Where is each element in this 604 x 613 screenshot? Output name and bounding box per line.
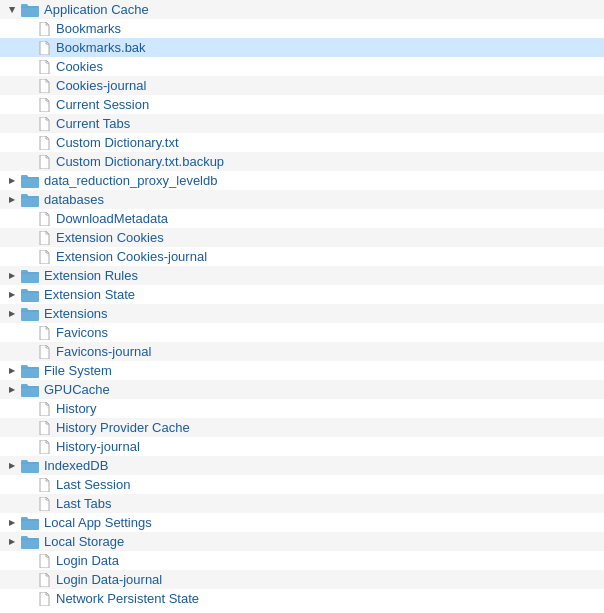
file-icon [36,79,52,93]
tree-row[interactable]: databases [0,190,604,209]
item-label: Last Session [56,475,130,494]
tree-row[interactable]: Local App Settings [0,513,604,532]
disclosure-button[interactable] [4,361,20,380]
tree-row[interactable]: DownloadMetadata [0,209,604,228]
item-label: Bookmarks [56,19,121,38]
item-label: Cookies-journal [56,76,146,95]
file-icon [36,421,52,435]
item-label: Extension Cookies-journal [56,247,207,266]
file-icon [36,402,52,416]
file-icon [36,60,52,74]
item-label: History Provider Cache [56,418,190,437]
tree-row[interactable]: Current Session [0,95,604,114]
file-icon [36,250,52,264]
tree-row[interactable]: data_reduction_proxy_leveldb [0,171,604,190]
file-icon [36,345,52,359]
file-tree: Application Cache Bookmarks Bookmarks.ba… [0,0,604,608]
file-icon [36,497,52,511]
item-label: DownloadMetadata [56,209,168,228]
tree-row[interactable]: Extension State [0,285,604,304]
file-icon [36,440,52,454]
tree-row[interactable]: GPUCache [0,380,604,399]
item-label: data_reduction_proxy_leveldb [44,171,217,190]
folder-icon [20,535,40,549]
folder-icon [20,288,40,302]
disclosure-button[interactable] [4,380,20,399]
tree-row[interactable]: Favicons-journal [0,342,604,361]
item-label: Custom Dictionary.txt.backup [56,152,224,171]
item-label: History-journal [56,437,140,456]
tree-row[interactable]: Custom Dictionary.txt.backup [0,152,604,171]
tree-row[interactable]: Extension Cookies-journal [0,247,604,266]
folder-icon [20,193,40,207]
tree-row[interactable]: Favicons [0,323,604,342]
folder-icon [20,383,40,397]
tree-row[interactable]: Extension Rules [0,266,604,285]
tree-row[interactable]: Cookies-journal [0,76,604,95]
tree-row[interactable]: Extension Cookies [0,228,604,247]
item-label: History [56,399,96,418]
item-label: Current Session [56,95,149,114]
item-label: Favicons [56,323,108,342]
file-icon [36,231,52,245]
disclosure-button[interactable] [4,0,20,19]
disclosure-button[interactable] [4,456,20,475]
item-label: Login Data-journal [56,570,162,589]
folder-icon [20,3,40,17]
item-label: GPUCache [44,380,110,399]
item-label: Extension Rules [44,266,138,285]
tree-row[interactable]: Extensions [0,304,604,323]
item-label: File System [44,361,112,380]
tree-row[interactable]: History-journal [0,437,604,456]
tree-row[interactable]: Application Cache [0,0,604,19]
disclosure-button[interactable] [4,532,20,551]
item-label: Last Tabs [56,494,111,513]
folder-icon [20,269,40,283]
tree-row[interactable]: Last Session [0,475,604,494]
file-icon [36,136,52,150]
disclosure-button[interactable] [4,266,20,285]
tree-row[interactable]: Login Data [0,551,604,570]
tree-row[interactable]: History [0,399,604,418]
item-label: Custom Dictionary.txt [56,133,179,152]
file-icon [36,592,52,606]
disclosure-button[interactable] [4,304,20,323]
tree-row[interactable]: Current Tabs [0,114,604,133]
item-label: IndexedDB [44,456,108,475]
tree-row[interactable]: Network Persistent State [0,589,604,608]
item-label: Application Cache [44,0,149,19]
item-label: Favicons-journal [56,342,151,361]
folder-icon [20,459,40,473]
folder-icon [20,516,40,530]
file-icon [36,326,52,340]
folder-icon [20,307,40,321]
item-label: Extension Cookies [56,228,164,247]
tree-row[interactable]: Custom Dictionary.txt [0,133,604,152]
tree-row[interactable]: Login Data-journal [0,570,604,589]
folder-icon [20,174,40,188]
item-label: Extensions [44,304,108,323]
file-icon [36,478,52,492]
file-icon [36,212,52,226]
disclosure-button[interactable] [4,513,20,532]
file-icon [36,98,52,112]
item-label: Extension State [44,285,135,304]
tree-row[interactable]: History Provider Cache [0,418,604,437]
tree-row[interactable]: File System [0,361,604,380]
tree-row[interactable]: Bookmarks [0,19,604,38]
item-label: Bookmarks.bak [56,38,146,57]
tree-row[interactable]: IndexedDB [0,456,604,475]
disclosure-button[interactable] [4,171,20,190]
file-icon [36,155,52,169]
file-icon [36,41,52,55]
tree-row[interactable]: Bookmarks.bak [0,38,604,57]
file-icon [36,554,52,568]
tree-row[interactable]: Cookies [0,57,604,76]
tree-row[interactable]: Local Storage [0,532,604,551]
disclosure-button[interactable] [4,190,20,209]
item-label: Network Persistent State [56,589,199,608]
disclosure-button[interactable] [4,285,20,304]
tree-row[interactable]: Last Tabs [0,494,604,513]
item-label: Current Tabs [56,114,130,133]
file-icon [36,573,52,587]
